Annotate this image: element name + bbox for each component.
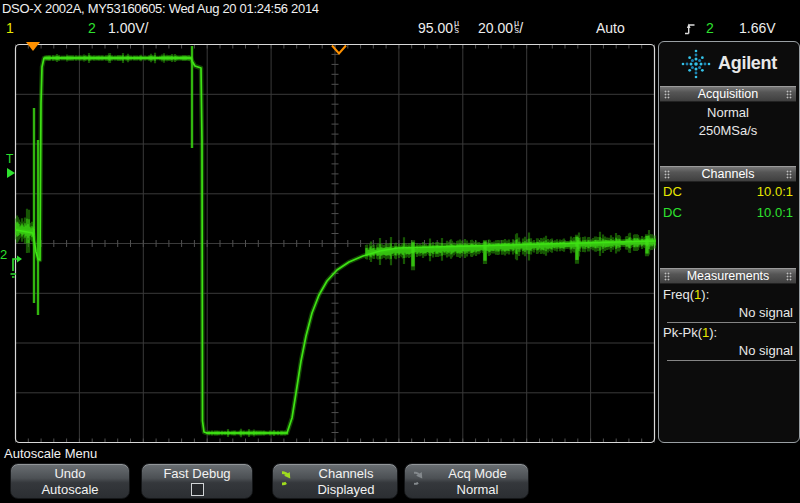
- trigger-edge-icon: [684, 21, 696, 40]
- divider: [667, 360, 796, 361]
- channel2-scale[interactable]: 1.00V/: [108, 20, 148, 36]
- sample-rate: 250MSa/s: [659, 123, 797, 138]
- device-id-text: DSO-X 2002A, MY53160605: Wed Aug 20 01:2…: [2, 1, 319, 16]
- cycle-arrow-icon: [414, 471, 432, 493]
- measurement2-value: No signal: [739, 343, 793, 358]
- channel2-ground-arrow-icon: [9, 250, 25, 282]
- grip-dots-icon: [664, 272, 670, 281]
- grip-dots-icon: [664, 170, 670, 179]
- softkey-label: Normal: [427, 482, 528, 498]
- brand-row: Agilent: [659, 42, 799, 85]
- agilent-logo-icon: [681, 49, 711, 79]
- undo-autoscale-button[interactable]: Undo Autoscale: [10, 463, 130, 499]
- timebase-setting[interactable]: 20.00µs/: [478, 20, 523, 36]
- measurements-section-header: Measurements: [660, 268, 796, 284]
- trigger-delay-marker-icon[interactable]: [26, 42, 40, 51]
- channel1-number[interactable]: 1: [6, 20, 14, 36]
- channel2-info-row: DC 10.0:1: [663, 205, 793, 220]
- measurement2-name: Pk-Pk(1):: [663, 325, 717, 340]
- channel1-coupling: DC: [663, 184, 682, 199]
- channel2-probe: 10.0:1: [757, 205, 793, 220]
- measurement1-value: No signal: [739, 305, 793, 320]
- acquisition-section-header: Acquisition: [660, 86, 796, 102]
- menu-title: Autoscale Menu: [4, 446, 97, 461]
- fast-debug-checkbox[interactable]: [191, 483, 204, 496]
- softkey-label: Acq Mode: [427, 466, 528, 482]
- channel1-info-row: DC 10.0:1: [663, 184, 793, 199]
- channel1-probe: 10.0:1: [757, 184, 793, 199]
- acq-mode-button[interactable]: Acq Mode Normal: [404, 463, 529, 499]
- brand-name: Agilent: [718, 53, 777, 74]
- softkey-label: Undo: [11, 466, 129, 482]
- softkey-label: Fast Debug: [142, 466, 252, 482]
- measurement1-name: Freq(1):: [663, 287, 709, 302]
- fast-debug-button[interactable]: Fast Debug: [141, 463, 253, 499]
- grip-dots-icon: [786, 272, 792, 281]
- acquisition-mode: Normal: [659, 105, 797, 120]
- channels-section-header: Channels: [660, 166, 796, 182]
- status-bar: 1 2 1.00V/ 95.00µs 20.00µs/ Auto 2 1.66V: [0, 17, 800, 41]
- trigger-source[interactable]: 2: [706, 20, 714, 36]
- softkey-label: Channels: [295, 466, 397, 482]
- oscilloscope-screen: DSO-X 2002A, MY53160605: Wed Aug 20 01:2…: [0, 0, 800, 503]
- channels-displayed-button[interactable]: Channels Displayed: [272, 463, 398, 499]
- microseconds-unit: µs: [454, 20, 459, 34]
- trigger-mode[interactable]: Auto: [596, 20, 625, 36]
- trigger-level[interactable]: 1.66V: [739, 20, 776, 36]
- delay-time[interactable]: 95.00µs: [418, 20, 459, 36]
- trigger-timeref-marker-icon: [330, 41, 348, 59]
- channel2-number[interactable]: 2: [88, 20, 96, 36]
- cycle-arrow-icon: [282, 471, 300, 493]
- softkey-label: Autoscale: [11, 482, 129, 498]
- sidebar: Agilent Acquisition Normal 250MSa/s Chan…: [658, 41, 800, 443]
- grip-dots-icon: [786, 90, 792, 99]
- trigger-level-label: T: [6, 154, 13, 165]
- waveform-display: [8, 41, 658, 445]
- softkey-label: Displayed: [295, 482, 397, 498]
- grip-dots-icon: [664, 90, 670, 99]
- grip-dots-icon: [786, 170, 792, 179]
- divider: [667, 322, 796, 323]
- graticule-and-trace: [8, 41, 658, 445]
- channel2-coupling: DC: [663, 205, 682, 220]
- trigger-level-arrow-icon[interactable]: [7, 168, 15, 178]
- channel2-ground-label[interactable]: 2: [0, 249, 7, 260]
- title-bar: DSO-X 2002A, MY53160605: Wed Aug 20 01:2…: [0, 0, 800, 17]
